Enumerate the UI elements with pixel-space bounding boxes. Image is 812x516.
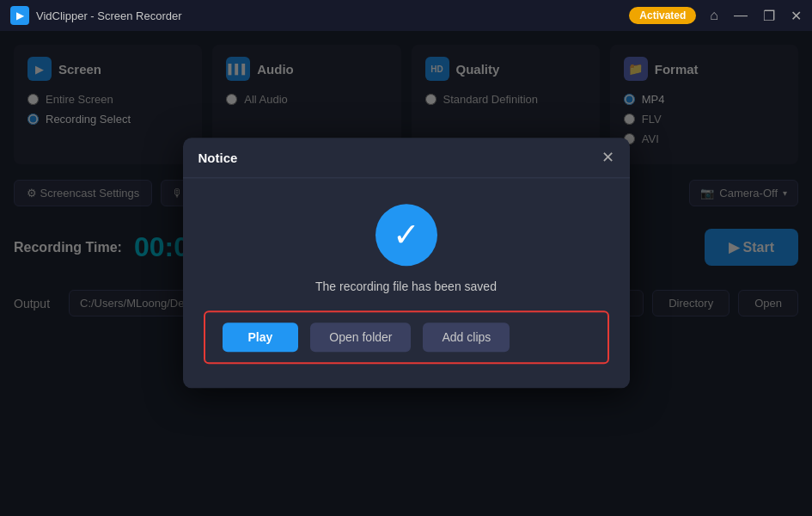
open-folder-button[interactable]: Open folder bbox=[310, 322, 411, 352]
titlebar: ▶ VidClipper - Screen Recorder Activated… bbox=[0, 0, 812, 31]
check-icon: ✓ bbox=[393, 216, 420, 254]
close-icon[interactable]: ✕ bbox=[791, 8, 802, 24]
success-icon: ✓ bbox=[375, 204, 437, 266]
notice-body: ✓ The recording file has been saved bbox=[183, 178, 630, 310]
restore-icon[interactable]: ❐ bbox=[763, 8, 775, 24]
activated-badge: Activated bbox=[629, 7, 696, 24]
notice-message: The recording file has been saved bbox=[315, 280, 497, 293]
notice-actions: Play Open folder Add clips bbox=[204, 310, 609, 364]
notice-dialog: Notice ✕ ✓ The recording file has been s… bbox=[183, 138, 630, 388]
notice-title: Notice bbox=[198, 150, 601, 165]
app-logo: ▶ bbox=[10, 6, 29, 25]
notice-header: Notice ✕ bbox=[183, 138, 630, 178]
app-title: VidClipper - Screen Recorder bbox=[36, 9, 629, 22]
home-icon[interactable]: ⌂ bbox=[710, 8, 718, 23]
minimize-icon[interactable]: — bbox=[734, 8, 748, 23]
titlebar-actions: ⌂ — ❐ ✕ bbox=[710, 8, 802, 24]
add-clips-button[interactable]: Add clips bbox=[423, 322, 510, 352]
play-button[interactable]: Play bbox=[223, 322, 299, 352]
notice-close-button[interactable]: ✕ bbox=[601, 150, 614, 165]
logo-icon: ▶ bbox=[16, 9, 24, 22]
